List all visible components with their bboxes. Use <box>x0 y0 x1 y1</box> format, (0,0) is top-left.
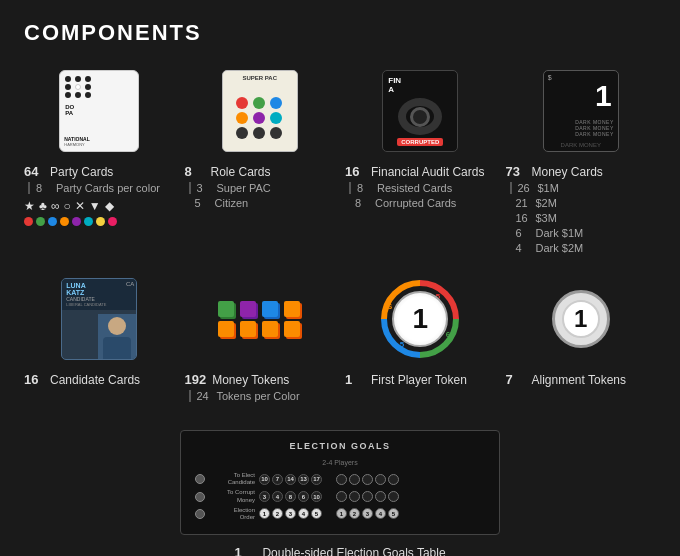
money-tokens-info: 192 Money Tokens 24 Tokens per Color <box>185 372 336 402</box>
party-cards-info: 64 Party Cards 8 Party Cards per color ★… <box>24 164 175 226</box>
money-tokens-item: 192 Money Tokens 24 Tokens per Color <box>185 274 336 402</box>
role-cards-item: SUPER PAC 8 Role Cards <box>185 66 336 254</box>
alignment-tokens-info: 7 Alignment Tokens <box>506 372 657 387</box>
party-color-dots <box>24 217 175 226</box>
components-grid: DOPA NATIONAL HARMONY 64 Party Cards 8 P… <box>24 66 656 402</box>
election-info: 1 Double-sided Election Goals Table <box>234 545 445 556</box>
alignment-tokens-item: 1 7 Alignment Tokens <box>506 274 657 402</box>
candidate-card-image: LUNAKATZ CANDIDATE LIBERAL CANDIDATE CA <box>24 274 175 364</box>
financial-cards-item: FINA CORRUPTED 16 Financial Audit Cards … <box>345 66 496 254</box>
page-title: COMPONENTS <box>24 20 656 46</box>
election-table: ELECTION GOALS 2-4 Players To ElectCandi… <box>180 430 500 535</box>
svg-text:6: 6 <box>446 330 451 339</box>
election-row-corrupt: To CorruptMoney 3 4 8 6 10 <box>195 489 485 503</box>
financial-cards-info: 16 Financial Audit Cards 8 Resisted Card… <box>345 164 496 209</box>
party-cards-item: DOPA NATIONAL HARMONY 64 Party Cards 8 P… <box>24 66 175 254</box>
party-symbols: ★♣∞○✕▼◆ <box>24 199 175 213</box>
party-card-image: DOPA NATIONAL HARMONY <box>24 66 175 156</box>
first-player-token-item: 5 6 5 6 1 1 First Player Token <box>345 274 496 402</box>
money-card-image: $ 1 DARK MONEYDARK MONEYDARK MONEY DARK … <box>506 66 657 156</box>
alignment-token-image: 1 <box>506 274 657 364</box>
svg-text:6: 6 <box>388 302 393 311</box>
election-section: ELECTION GOALS 2-4 Players To ElectCandi… <box>24 430 656 556</box>
candidate-cards-item: LUNAKATZ CANDIDATE LIBERAL CANDIDATE CA … <box>24 274 175 402</box>
election-row-order: ElectionOrder 1 2 3 4 5 1 2 3 4 5 <box>195 507 485 521</box>
first-player-image: 5 6 5 6 1 <box>345 274 496 364</box>
money-cards-info: 73 Money Cards 26 $1M 21 $2M 16 $3M 6 Da… <box>506 164 657 254</box>
money-cards-item: $ 1 DARK MONEYDARK MONEYDARK MONEY DARK … <box>506 66 657 254</box>
candidate-cards-info: 16 Candidate Cards <box>24 372 175 387</box>
financial-card-image: FINA CORRUPTED <box>345 66 496 156</box>
first-player-info: 1 First Player Token <box>345 372 496 387</box>
role-cards-info: 8 Role Cards 3 Super PAC 5 Citizen <box>185 164 336 209</box>
role-card-image: SUPER PAC <box>185 66 336 156</box>
election-row-elect: To ElectCandidate 10 7 14 13 17 <box>195 472 485 486</box>
money-tokens-image <box>185 274 336 364</box>
